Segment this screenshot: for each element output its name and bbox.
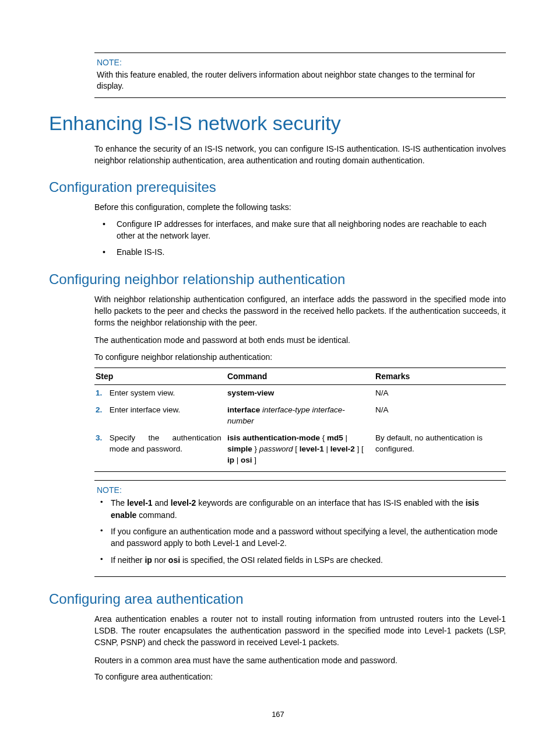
heading-h1: Enhancing IS-IS network security [49,112,506,135]
col-remarks: Remarks [374,368,506,385]
page-number: 167 [0,710,556,719]
prereq-lead: Before this configuration, complete the … [94,201,506,213]
step-text: Enter interface view. [110,405,221,416]
note-box-top: NOTE: With this feature enabled, the rou… [94,52,506,98]
list-item: If you configure an authentication mode … [97,526,504,550]
prereq-list: Configure IP addresses for interfaces, a… [94,218,506,258]
note-box-bottom: NOTE: The level-1 and level-2 keywords a… [94,480,506,576]
step-text: Specify the authentication mode and pass… [110,433,221,455]
remarks-text: N/A [374,385,506,402]
area-p2: Routers in a common area must have the s… [94,654,506,666]
neighbor-p1: With neighbor relationship authenticatio… [94,293,506,329]
col-step: Step [94,368,226,385]
heading-prerequisites: Configuration prerequisites [49,179,506,195]
area-p1: Area authentication enables a router not… [94,613,506,649]
note-label: NOTE: [97,485,504,495]
list-item: The level-1 and level-2 keywords are con… [97,497,504,521]
step-text: Enter system view. [110,388,221,399]
heading-neighbor-auth: Configuring neighbor relationship authen… [49,271,506,288]
list-item: Configure IP addresses for interfaces, a… [94,218,506,242]
heading-area-auth: Configuring area authentication [49,591,506,607]
neighbor-p3: To configure neighbor relationship authe… [94,351,506,363]
cmd-text: system-view [227,388,274,397]
cmd-composite: isis authentication-mode { md5 | simple … [226,430,374,472]
step-number: 2. [96,405,107,416]
list-item: Enable IS-IS. [94,246,506,258]
intro-paragraph: To enhance the security of an IS-IS netw… [94,143,506,167]
table-header-row: Step Command Remarks [94,368,506,385]
col-command: Command [226,368,374,385]
note-text: With this feature enabled, the router de… [97,69,504,92]
area-p3: To configure area authentication: [94,671,506,682]
step-number: 1. [96,388,107,399]
remarks-text: N/A [374,402,506,430]
list-item: If neither ip nor osi is specified, the … [97,554,504,566]
table-row: 3. Specify the authentication mode and p… [94,430,506,472]
remarks-text: By default, no authentication is configu… [374,430,506,472]
table-row: 1. Enter system view. system-view N/A [94,385,506,402]
cmd-text: interface [227,405,260,414]
step-number: 3. [96,433,107,444]
note-list: The level-1 and level-2 keywords are con… [97,497,504,565]
command-table: Step Command Remarks 1. Enter system vie… [94,368,506,472]
table-row: 2. Enter interface view. interface inter… [94,402,506,430]
note-label: NOTE: [97,58,504,67]
neighbor-p2: The authentication mode and password at … [94,334,506,346]
